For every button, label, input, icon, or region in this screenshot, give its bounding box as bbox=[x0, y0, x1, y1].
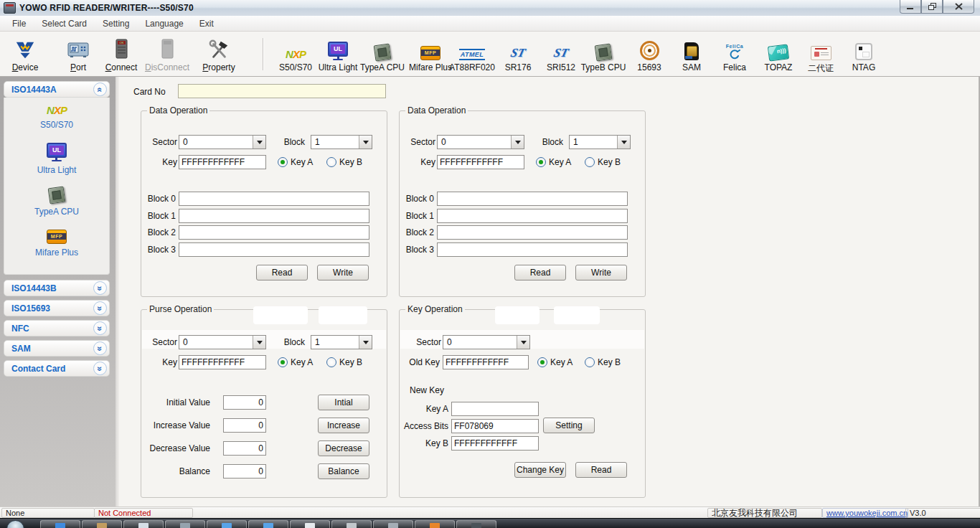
sector-select[interactable]: 0 bbox=[179, 335, 266, 349]
key-b-radio[interactable] bbox=[326, 357, 336, 367]
initial-value-input[interactable] bbox=[223, 395, 266, 410]
taskbar-button[interactable] bbox=[331, 520, 372, 528]
read-button[interactable]: Read bbox=[256, 265, 308, 280]
access-bits-input[interactable] bbox=[451, 419, 539, 433]
decrease-value-input[interactable] bbox=[223, 441, 266, 456]
taskbar-button[interactable] bbox=[40, 520, 80, 528]
collapse-chevron-icon[interactable]: « bbox=[93, 82, 107, 96]
block-select[interactable]: 1 bbox=[311, 135, 372, 149]
increase-value-input[interactable] bbox=[223, 418, 266, 433]
taskbar-button[interactable] bbox=[373, 520, 413, 528]
chevron-down-icon[interactable] bbox=[359, 336, 372, 349]
taskbar-button[interactable] bbox=[248, 520, 288, 528]
menu-setting[interactable]: Setting bbox=[95, 19, 137, 29]
menu-language[interactable]: Language bbox=[137, 19, 191, 29]
toolbar-typeb-cpu-button[interactable]: TypeB CPU bbox=[578, 35, 628, 74]
toolbar-property-button[interactable]: Property bbox=[194, 35, 244, 74]
block-select[interactable]: 1 bbox=[311, 335, 372, 349]
block3-input[interactable] bbox=[437, 242, 628, 257]
block0-input[interactable] bbox=[437, 192, 628, 206]
key-a-radio[interactable] bbox=[536, 157, 546, 167]
read-button[interactable]: Read bbox=[575, 462, 627, 478]
chevron-down-icon[interactable] bbox=[253, 136, 265, 148]
close-button[interactable] bbox=[943, 0, 974, 14]
key-a-radio[interactable] bbox=[278, 157, 288, 167]
sidebar-section-iso15693[interactable]: ISO15693 » bbox=[4, 300, 110, 316]
sector-select[interactable]: 0 bbox=[443, 335, 530, 349]
chevron-down-icon[interactable] bbox=[253, 336, 265, 349]
initial-button[interactable]: Intial bbox=[318, 395, 369, 410]
taskbar-button[interactable] bbox=[207, 520, 247, 528]
block2-input[interactable] bbox=[437, 225, 628, 240]
balance-button[interactable]: Balance bbox=[318, 463, 369, 479]
key-a-radio[interactable] bbox=[537, 357, 547, 367]
sidebar-section-nfc[interactable]: NFC » bbox=[4, 320, 110, 336]
block3-input[interactable] bbox=[179, 242, 369, 257]
read-button[interactable]: Read bbox=[514, 265, 566, 280]
taskbar-button[interactable] bbox=[82, 520, 122, 528]
key-b-radio[interactable] bbox=[585, 357, 595, 367]
key-input[interactable] bbox=[179, 155, 266, 169]
write-button[interactable]: Write bbox=[575, 265, 627, 280]
block2-input[interactable] bbox=[179, 225, 369, 240]
restore-button[interactable] bbox=[921, 0, 943, 14]
toolbar-at88rf020-button[interactable]: ATMEL AT88RF020 bbox=[447, 35, 497, 74]
key-input[interactable] bbox=[179, 355, 266, 369]
sidebar-section-sam[interactable]: SAM » bbox=[4, 340, 110, 357]
expand-chevron-icon[interactable]: » bbox=[93, 321, 107, 335]
key-b-radio[interactable] bbox=[326, 157, 336, 167]
toolbar-ntag-button[interactable]: NTAG bbox=[839, 35, 889, 74]
key-b-radio[interactable] bbox=[585, 157, 595, 167]
toolbar-disconnect-button[interactable]: DisConnect bbox=[142, 35, 192, 74]
toolbar-ultralight-button[interactable]: Ultra Light bbox=[313, 35, 363, 74]
block1-input[interactable] bbox=[179, 209, 369, 223]
block-select[interactable]: 1 bbox=[569, 135, 631, 149]
sidebar-item-mifare-plus[interactable]: Mifare Plus bbox=[35, 230, 78, 258]
start-button[interactable] bbox=[6, 520, 24, 528]
menu-select-card[interactable]: Select Card bbox=[34, 19, 95, 29]
taskbar-button[interactable] bbox=[165, 520, 205, 528]
old-key-input[interactable] bbox=[443, 355, 529, 369]
expand-chevron-icon[interactable]: » bbox=[93, 341, 107, 355]
minimize-button[interactable] bbox=[900, 0, 921, 14]
taskbar-button[interactable] bbox=[456, 520, 496, 528]
menu-file[interactable]: File bbox=[4, 19, 34, 29]
sidebar-section-iso14443b[interactable]: ISO14443B » bbox=[4, 280, 110, 296]
taskbar-button[interactable] bbox=[415, 520, 455, 528]
chevron-down-icon[interactable] bbox=[511, 136, 524, 148]
taskbar-button[interactable] bbox=[290, 520, 330, 528]
expand-chevron-icon[interactable]: » bbox=[93, 362, 107, 375]
status-website-link[interactable]: www.youwokeji.com.cn bbox=[822, 508, 908, 518]
taskbar-button[interactable] bbox=[123, 520, 164, 528]
sidebar-item-ultralight[interactable]: Ultra Light bbox=[37, 143, 77, 175]
decrease-button[interactable]: Decrease bbox=[318, 440, 369, 456]
sidebar-item-s50s70[interactable]: NXP S50/S70 bbox=[40, 105, 73, 130]
chevron-down-icon[interactable] bbox=[617, 136, 630, 148]
toolbar-connect-button[interactable]: OK Connect bbox=[96, 35, 146, 74]
balance-input[interactable] bbox=[223, 464, 266, 478]
chevron-down-icon[interactable] bbox=[517, 336, 529, 349]
card-no-input[interactable] bbox=[178, 84, 386, 98]
change-key-button[interactable]: Change Key bbox=[514, 462, 566, 478]
write-button[interactable]: Write bbox=[317, 265, 369, 280]
setting-button[interactable]: Setting bbox=[543, 418, 595, 433]
block1-input[interactable] bbox=[437, 209, 628, 223]
expand-chevron-icon[interactable]: » bbox=[93, 281, 107, 295]
sidebar-item-typea-cpu[interactable]: TypeA CPU bbox=[34, 187, 79, 217]
new-key-a-input[interactable] bbox=[451, 402, 539, 416]
sidebar-section-contact-card[interactable]: Contact Card » bbox=[4, 360, 110, 377]
toolbar-device-button[interactable]: Device bbox=[0, 35, 50, 74]
sector-select[interactable]: 0 bbox=[179, 135, 266, 149]
toolbar-typea-cpu-button[interactable]: TypeA CPU bbox=[357, 35, 407, 74]
key-a-radio[interactable] bbox=[278, 357, 288, 367]
increase-button[interactable]: Increase bbox=[318, 418, 369, 433]
toolbar-felica-button[interactable]: FeliCa Felica bbox=[710, 35, 760, 74]
menu-exit[interactable]: Exit bbox=[192, 19, 222, 29]
expand-chevron-icon[interactable]: » bbox=[93, 301, 107, 315]
chevron-down-icon[interactable] bbox=[359, 136, 372, 148]
new-key-b-input[interactable] bbox=[451, 436, 539, 451]
key-input[interactable] bbox=[437, 155, 524, 169]
sector-select[interactable]: 0 bbox=[437, 135, 524, 149]
sidebar-section-iso14443a[interactable]: ISO14443A « bbox=[4, 81, 110, 98]
block0-input[interactable] bbox=[179, 192, 369, 206]
